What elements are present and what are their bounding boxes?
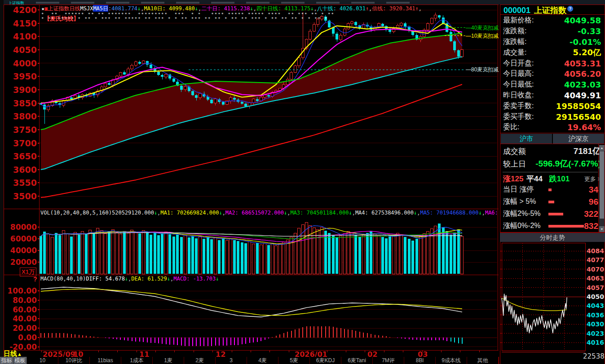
bottom-tab[interactable]: 6麦KDJ bbox=[310, 357, 341, 364]
macd-infobar: MACD(80,40,10) DIFF: 54.678↓, DEA: 61.52… bbox=[40, 276, 497, 282]
vs-prev-label: 较上日 bbox=[503, 159, 526, 169]
infobar-segment: 上证指数日线 bbox=[48, 5, 80, 12]
quote-value: 19.64% bbox=[567, 123, 601, 132]
volume-infobar: VOL(10,20,40,80,5,160) 520529120.000↓, M… bbox=[40, 210, 497, 216]
indicator-tab-bar: 指标模板1010评比11bias1成本1麦2麦34麦5麦6麦KDJ6麦Tani7… bbox=[0, 357, 499, 364]
quote-label: 涨跌幅: bbox=[503, 37, 526, 47]
infobar-segment: , bbox=[417, 210, 420, 216]
quote-value: 29156540 bbox=[556, 112, 601, 122]
infobar-segment: ↓ bbox=[349, 210, 352, 216]
infobar-segment: MA3: 704501184.000 bbox=[290, 210, 349, 216]
infobar-segment: ▣ bbox=[44, 5, 48, 12]
bottom-tab[interactable]: 1成本 bbox=[121, 357, 153, 364]
vs-previous-day-row: 较上日 -596.9亿(-7.67%) bbox=[503, 158, 601, 170]
bottom-tab[interactable]: 11bias bbox=[90, 357, 121, 364]
tab-hu-shen-jing[interactable]: 沪深京 bbox=[553, 134, 604, 144]
intraday-header[interactable]: 分时走势 bbox=[500, 232, 605, 242]
quote-row: 成交量:5.20亿 bbox=[503, 47, 601, 58]
distribution-count: 96 bbox=[554, 197, 598, 207]
infobar-segment: MSJX bbox=[80, 5, 93, 12]
divider bbox=[503, 172, 598, 172]
turnover-value: 7181亿 bbox=[574, 145, 601, 157]
infobar-segment: , bbox=[482, 210, 485, 216]
infobar-segment: MA2: 686515072.000 bbox=[225, 210, 284, 216]
quote-label: 今日开盘: bbox=[503, 59, 534, 68]
stock-app-window: 上证指数 42004150410040504000395039003850380… bbox=[0, 0, 605, 364]
infobar-segment: ↓ bbox=[154, 210, 157, 216]
bottom-tab[interactable]: 7M评 bbox=[373, 357, 404, 364]
infobar-segment: , bbox=[128, 276, 131, 282]
infobar-segment: , bbox=[314, 5, 317, 12]
distribution-bar bbox=[548, 225, 584, 228]
infobar-segment: , bbox=[198, 5, 201, 12]
quote-value: -0.33 bbox=[578, 26, 601, 36]
scroll-up-icon[interactable]: ▲ bbox=[599, 145, 605, 151]
quote-label: 成交量: bbox=[503, 48, 526, 57]
info-circle-icon[interactable]: ? bbox=[567, 6, 573, 12]
quote-row: 委买手数:29156540 bbox=[503, 111, 601, 122]
scrollbar[interactable]: ▲ ▼ bbox=[599, 145, 605, 232]
up-triangle-icon: ▲ bbox=[17, 351, 22, 357]
market-breadth-row: 涨125 平44 跌101 更多 > bbox=[503, 174, 601, 183]
quote-row: 今日最低:4023.03 bbox=[503, 79, 601, 90]
infobar-segment: , bbox=[419, 5, 422, 12]
signal-markers-row1: * ** ****** ** ** ******* ********* *** … bbox=[41, 12, 335, 17]
quote-row: 今日开盘:4053.31 bbox=[503, 58, 601, 69]
bottom-left-button[interactable]: 指标 bbox=[0, 357, 13, 364]
infobar-segment: 二十日: 4115.238 bbox=[201, 5, 250, 12]
tab-shanghai-market[interactable]: 沪市 bbox=[501, 134, 552, 144]
quote-panel: 000001上证指数? 最新价格:4049.58涨跌额:-0.33涨跌幅:-0.… bbox=[500, 0, 605, 364]
infobar-segment: ↓ bbox=[478, 210, 481, 216]
quote-row: 委比:19.64% bbox=[503, 122, 601, 133]
gain-distribution-row: 涨幅0%-2%832 bbox=[503, 220, 598, 232]
gain-distribution-row: 涨幅 > 5%96 bbox=[503, 196, 598, 208]
infobar-segment: , bbox=[141, 5, 144, 12]
gain-distribution-row: 涨幅2%-5%322 bbox=[503, 208, 598, 220]
gain-distribution-row: 当日 涨停34 bbox=[503, 184, 598, 196]
distribution-label: 涨幅2%-5% bbox=[503, 209, 548, 219]
stock-name: 上证指数 bbox=[534, 6, 566, 15]
distribution-label: 涨幅0%-2% bbox=[503, 221, 548, 231]
infobar-segment: MACD(80,40,10) bbox=[40, 276, 86, 282]
scrollbar-thumb[interactable] bbox=[600, 151, 604, 219]
bottom-tab[interactable]: 8Bl bbox=[404, 357, 436, 364]
bottom-tab[interactable]: 4麦 bbox=[247, 357, 278, 364]
gain-distribution-rows: 当日 涨停34涨幅 > 5%96涨幅2%-5%322涨幅0%-2%832 bbox=[503, 184, 598, 232]
infobar-segment: ↓ bbox=[310, 5, 314, 12]
infobar-segment: ↓ bbox=[219, 210, 222, 216]
quote-value: 4049.91 bbox=[564, 91, 601, 100]
infobar-segment: ↓ bbox=[414, 210, 417, 216]
more-link[interactable]: 更多 > bbox=[584, 175, 601, 183]
infobar-segment: ↓ bbox=[284, 210, 287, 216]
bottom-tab[interactable]: 5麦 bbox=[278, 357, 310, 364]
infobar-segment: ★ bbox=[41, 5, 44, 12]
advancers-count: 涨125 bbox=[503, 175, 523, 183]
quote-value: 4023.03 bbox=[564, 80, 601, 89]
infobar-segment: 520529120.000 bbox=[112, 210, 154, 216]
infobar-segment: ↓ bbox=[167, 276, 170, 282]
distribution-count: 322 bbox=[563, 209, 598, 219]
quote-label: 委比: bbox=[503, 123, 519, 132]
quote-value: -0.01% bbox=[570, 37, 601, 47]
bottom-left-button[interactable]: 模板 bbox=[13, 357, 27, 364]
quote-value: 5.20亿 bbox=[573, 47, 601, 58]
distribution-label: 涨幅 > 5% bbox=[503, 197, 548, 206]
infobar-segment: MA5日 bbox=[93, 5, 108, 12]
bottom-tab[interactable]: 其他 bbox=[467, 357, 499, 364]
quote-value: 4056.20 bbox=[564, 69, 601, 79]
infobar-segment: VOL(10,20,40,80,5,160) bbox=[40, 210, 112, 216]
scroll-down-icon[interactable]: ▼ bbox=[599, 226, 605, 232]
infobar-segment: 4081.774 bbox=[111, 5, 137, 12]
bottom-tab[interactable]: 9成本线 bbox=[436, 357, 467, 364]
quote-row: 涨跌额:-0.33 bbox=[503, 26, 601, 37]
bottom-tab[interactable]: 2麦 bbox=[184, 357, 216, 364]
vs-prev-value: -596.9亿(-7.67%) bbox=[535, 158, 601, 170]
bottom-tab[interactable]: 10 bbox=[27, 357, 58, 364]
bottom-tab[interactable]: 1麦 bbox=[153, 357, 184, 364]
quote-row: 涨跌幅:-0.01% bbox=[503, 37, 601, 48]
infobar-segment: ↓ bbox=[195, 5, 198, 12]
bottom-tab[interactable]: 6麦Tani bbox=[341, 357, 373, 364]
bottom-tab[interactable]: 3 bbox=[216, 357, 247, 364]
bottom-tab[interactable]: 10评比 bbox=[58, 357, 90, 364]
infobar-segment: MA5: 701946688.000 bbox=[420, 210, 478, 216]
